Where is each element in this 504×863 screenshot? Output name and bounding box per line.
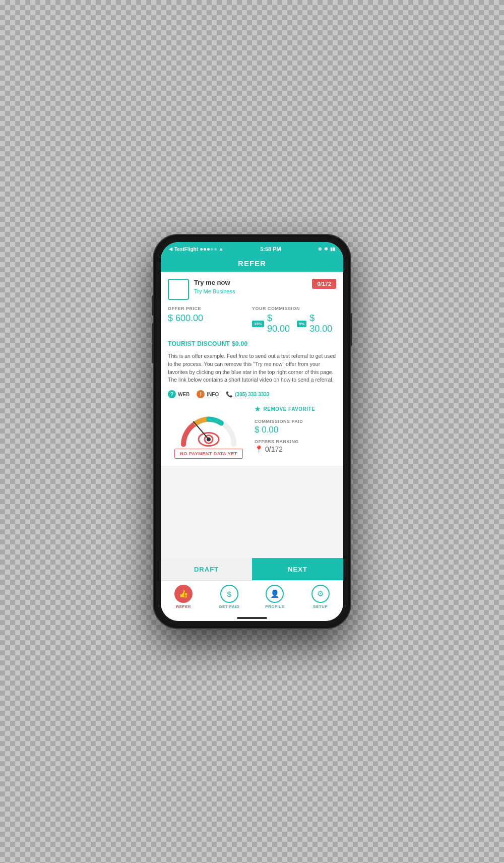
offer-price-label: OFFER PRICE [168,306,252,311]
carrier-label: TestFlight [174,246,198,252]
links-row: ? WEB ! INFO 📞 (305) 333-3333 [168,390,336,398]
profile-circle: 👤 [266,585,284,603]
draft-button[interactable]: DRAFT [161,558,252,580]
refer-label: REFER [176,604,191,609]
business-header: Try me now Try Me Business 0/172 [168,279,336,300]
battery-icon: ▮▮ [330,246,335,252]
setup-circle: ⚙ [311,585,330,603]
gauge-container [176,405,241,446]
next-button[interactable]: NEXT [252,558,343,580]
status-time: 5:58 PM [260,246,281,252]
phone-icon: 📞 [226,391,233,398]
action-buttons: DRAFT NEXT [161,558,343,580]
tourist-discount: TOURIST DISCOUNT $0.00 [168,340,336,347]
wifi-icon: ▲ [219,246,223,252]
dot-3 [207,248,210,251]
svg-point-4 [207,438,211,442]
star-icon: ★ [255,405,261,413]
remove-favorite-btn[interactable]: ★ REMOVE FAVORITE [255,405,336,413]
gauge-col: NO PAYMENT DATA YET [168,405,249,459]
no-payment-text: NO PAYMENT DATA YET [180,451,237,456]
commission-row: 15% $ 90.00 5% $ 30.00 [252,313,336,334]
status-right: ⊕ ✱ ▮▮ [318,246,335,252]
web-label: WEB [178,392,190,397]
home-indicator [161,614,343,621]
phone-link[interactable]: 📞 (305) 333-3333 [226,391,269,398]
commissions-paid-value: $ 0.00 [255,425,336,435]
commissions-paid-block: COMMISSIONS PAID $ 0.00 [255,419,336,435]
dot-1 [200,248,203,251]
pricing-section: OFFER PRICE $ 600.00 YOUR COMMISSION 15%… [168,306,336,334]
getpaid-label: GET PAID [219,604,239,609]
offers-ranking-block: OFFERS RANKING 📍 0/172 [255,439,336,453]
business-logo [168,279,189,300]
commission-label: YOUR COMMISSION [252,306,336,311]
app-title: REFER [165,259,339,268]
bluetooth-icon: ✱ [324,246,328,252]
tab-bar: 👍 REFER $ GET PAID 👤 PROFILE ⚙ SETUP [161,580,343,614]
business-name-block: Try me now Try Me Business [194,279,235,294]
tab-setup[interactable]: ⚙ SETUP [298,585,344,609]
stats-right: ★ REMOVE FAVORITE COMMISSIONS PAID $ 0.0… [249,405,336,459]
comm-value-1: $ 90.00 [267,313,294,334]
svg-line-3 [194,422,209,440]
tab-profile[interactable]: 👤 PROFILE [252,585,298,609]
commission-col: YOUR COMMISSION 15% $ 90.00 5% $ 30.00 [252,306,336,334]
status-left: ◀ TestFlight ▲ [169,246,223,252]
scroll-content: Try me now Try Me Business 0/172 OFFER P… [161,272,343,558]
business-info: Try me now Try Me Business [168,279,235,300]
comm-value-2: $ 30.00 [309,313,336,334]
dot-2 [204,248,206,251]
ranking-row: 📍 0/172 [255,445,336,453]
phone-device: ◀ TestFlight ▲ 5:58 PM ⊕ ✱ ▮▮ REFER [154,235,350,628]
getpaid-circle: $ [220,585,238,603]
back-arrow: ◀ [169,246,172,252]
pin-icon: 📍 [255,445,263,453]
app-header: REFER [161,255,343,272]
info-label: INFO [207,392,219,397]
dot-4 [211,248,213,251]
dot-5 [214,248,217,251]
tab-getpaid[interactable]: $ GET PAID [207,585,253,609]
profile-label: PROFILE [265,604,284,609]
remove-favorite-label: REMOVE FAVORITE [264,406,316,412]
offer-price-col: OFFER PRICE $ 600.00 [168,306,252,324]
main-card: Try me now Try Me Business 0/172 OFFER P… [161,272,343,466]
tab-refer[interactable]: 👍 REFER [161,585,207,609]
refer-circle: 👍 [174,585,193,603]
info-link[interactable]: ! INFO [197,390,219,398]
business-sub: Try Me Business [194,288,235,294]
offers-ranking-label: OFFERS RANKING [255,439,336,444]
offers-ranking-value: 0/172 [265,445,283,453]
info-icon: ! [197,390,205,398]
phone-screen: ◀ TestFlight ▲ 5:58 PM ⊕ ✱ ▮▮ REFER [161,242,343,621]
web-icon: ? [168,390,176,398]
comm-badge-5: 5% [297,321,307,327]
signal-dots [200,248,217,251]
phone-number: (305) 333-3333 [235,392,269,397]
stats-section: NO PAYMENT DATA YET ★ REMOVE FAVORITE CO… [168,405,336,459]
location-icon: ⊕ [318,246,322,252]
comm-badge-15: 15% [252,321,264,327]
ranking-badge: 0/172 [312,279,336,289]
description: This is an offer example. Feel free to s… [168,352,336,384]
offer-price-value: $ 600.00 [168,313,252,324]
gauge-svg [176,405,241,451]
commissions-paid-label: COMMISSIONS PAID [255,419,336,424]
business-name: Try me now [194,279,235,287]
home-bar [237,617,267,619]
status-bar: ◀ TestFlight ▲ 5:58 PM ⊕ ✱ ▮▮ [161,242,343,255]
web-link[interactable]: ? WEB [168,390,190,398]
setup-label: SETUP [313,604,328,609]
